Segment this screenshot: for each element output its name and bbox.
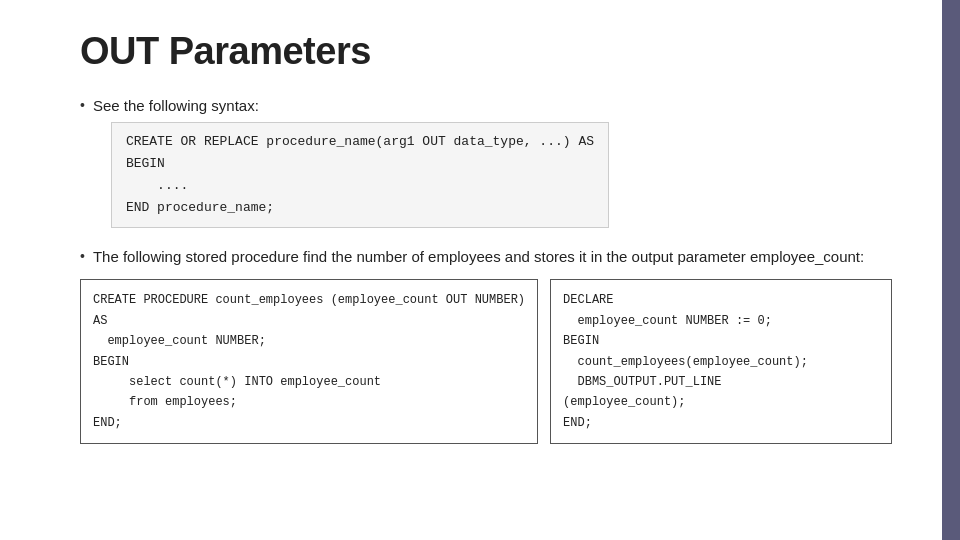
code-line-4a: END procedure_name; [126, 200, 274, 215]
code-line-1a-text: CREATE OR REPLACE procedure_name(arg1 OU… [126, 134, 594, 149]
code-box-left: CREATE PROCEDURE count_employees (employ… [80, 279, 538, 444]
bullet-text-1: See the following syntax: [93, 97, 259, 114]
slide-content: OUT Parameters • See the following synta… [0, 0, 942, 540]
bullet-item-2: • The following stored procedure find th… [80, 246, 892, 267]
bullet-section-1: • See the following syntax: CREATE OR RE… [80, 95, 892, 228]
two-col-code: CREATE PROCEDURE count_employees (employ… [80, 279, 892, 444]
code-line-2a: BEGIN [126, 156, 165, 171]
slide-title: OUT Parameters [80, 30, 892, 73]
code-line-1a: CREATE OR REPLACE procedure_name(arg1 OU… [126, 134, 594, 149]
bullet-dot-1: • [80, 97, 85, 113]
bullet-dot-2: • [80, 248, 85, 264]
sidebar-accent [942, 0, 960, 540]
code-block-1: CREATE OR REPLACE procedure_name(arg1 OU… [111, 122, 609, 228]
bullet-item-1: • See the following syntax: CREATE OR RE… [80, 95, 892, 228]
code-box-right: DECLARE employee_count NUMBER := 0; BEGI… [550, 279, 892, 444]
code-line-3a: .... [126, 178, 188, 193]
bullet-text-2: The following stored procedure find the … [93, 246, 864, 267]
bullet-section-2: • The following stored procedure find th… [80, 246, 892, 444]
